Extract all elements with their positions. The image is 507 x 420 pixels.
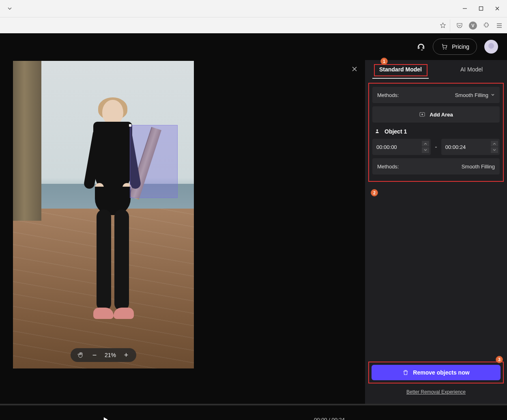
timestamp: 00:00 / 00:24	[314, 417, 345, 420]
main-area: − 21% + 1 Standard Model AI Model Method…	[0, 60, 507, 404]
methods-row-global[interactable]: Methods: Smooth Filling	[372, 87, 500, 103]
spin-up-icon[interactable]	[491, 141, 498, 146]
video-viewer: − 21% +	[0, 60, 365, 404]
chevron-down-icon	[491, 93, 495, 97]
sidebar: 1 Standard Model AI Model Methods: Smoot…	[365, 60, 507, 404]
close-viewer-button[interactable]	[351, 66, 358, 72]
time-separator: /	[327, 417, 332, 420]
start-time-input[interactable]: 00:00:00	[372, 139, 431, 155]
extensions-icon[interactable]	[483, 22, 490, 29]
methods-label: Methods:	[377, 92, 399, 98]
object-selection-box[interactable]	[130, 125, 178, 198]
remove-objects-button[interactable]: Remove objects now	[372, 365, 501, 380]
methods-value: Smooth Filling	[462, 164, 495, 170]
add-area-label: Add Area	[430, 112, 453, 118]
window-minimize-button[interactable]	[458, 3, 471, 14]
methods-value: Smooth Filling	[455, 92, 488, 98]
object-title: Object 1	[385, 128, 407, 135]
end-time-value: 00:00:24	[445, 144, 466, 150]
svg-point-3	[446, 49, 447, 50]
methods-label: Methods:	[377, 164, 399, 170]
time-spinner[interactable]	[491, 140, 498, 153]
cart-icon	[440, 43, 448, 50]
playback-controls: 00:00 / 00:24	[0, 405, 507, 420]
tab-dropdown-icon[interactable]	[3, 3, 16, 14]
tab-label: AI Model	[460, 66, 483, 73]
zoom-out-button[interactable]: −	[91, 351, 98, 359]
callout-badge-2: 2	[371, 189, 378, 196]
support-headset-icon[interactable]	[417, 42, 425, 51]
spin-up-icon[interactable]	[422, 141, 429, 146]
svg-rect-1	[479, 7, 483, 11]
tab-standard-model[interactable]: Standard Model	[365, 60, 436, 79]
better-removal-link[interactable]: Better Removal Experience	[365, 389, 507, 395]
time-range-row: 00:00:00 - 00:00:24	[372, 139, 500, 155]
callout-badge-1: 1	[380, 58, 388, 65]
highlight-box-3: Remove objects now	[368, 362, 504, 383]
window-maximize-button[interactable]	[475, 3, 488, 14]
window-close-button[interactable]	[491, 3, 504, 14]
trash-icon	[402, 369, 409, 376]
time-separator: -	[435, 143, 437, 151]
scene-pillar	[13, 61, 41, 221]
account-letter: V	[471, 23, 474, 28]
zoom-toolbar: − 21% +	[71, 348, 136, 362]
video-frame[interactable]: − 21% +	[13, 61, 194, 368]
play-button[interactable]	[101, 416, 110, 420]
avatar-icon	[488, 43, 494, 49]
spin-down-icon[interactable]	[422, 147, 429, 153]
playbar: 00:00 / 00:24	[0, 404, 507, 420]
stamp-icon	[374, 128, 380, 135]
tab-label: Standard Model	[379, 66, 422, 73]
add-area-button[interactable]: Add Area	[372, 106, 500, 123]
end-time-input[interactable]: 00:00:24	[441, 139, 500, 155]
selection-handle[interactable]	[129, 124, 131, 127]
user-avatar[interactable]	[484, 40, 498, 54]
svg-point-2	[443, 49, 444, 50]
tab-ai-model[interactable]: AI Model	[436, 60, 507, 79]
current-time: 00:00	[314, 417, 327, 420]
pricing-button[interactable]: Pricing	[433, 39, 477, 55]
app-header: Pricing	[0, 33, 507, 60]
highlight-box-2: Methods: Smooth Filling Add Area	[368, 83, 504, 182]
add-area-icon	[419, 111, 425, 118]
pocket-icon[interactable]	[456, 22, 463, 29]
bookmark-star-icon[interactable]	[439, 22, 447, 29]
time-spinner[interactable]	[422, 140, 429, 153]
zoom-in-button[interactable]: +	[122, 351, 130, 359]
hamburger-menu-icon[interactable]	[496, 22, 503, 29]
callout-badge-3: 3	[496, 356, 503, 363]
spin-down-icon[interactable]	[491, 147, 498, 153]
total-time: 00:24	[331, 417, 345, 420]
account-badge[interactable]: V	[469, 22, 477, 30]
methods-row-object[interactable]: Methods: Smooth Filling	[372, 158, 500, 174]
pricing-label: Pricing	[452, 43, 469, 50]
zoom-percent: 21%	[105, 352, 116, 358]
object-header: Object 1	[372, 126, 500, 139]
window-titlebar	[0, 0, 507, 17]
browser-toolbar: V	[0, 17, 507, 33]
remove-button-label: Remove objects now	[413, 369, 469, 376]
hand-tool-icon[interactable]	[77, 351, 84, 359]
start-time-value: 00:00:00	[376, 144, 397, 150]
